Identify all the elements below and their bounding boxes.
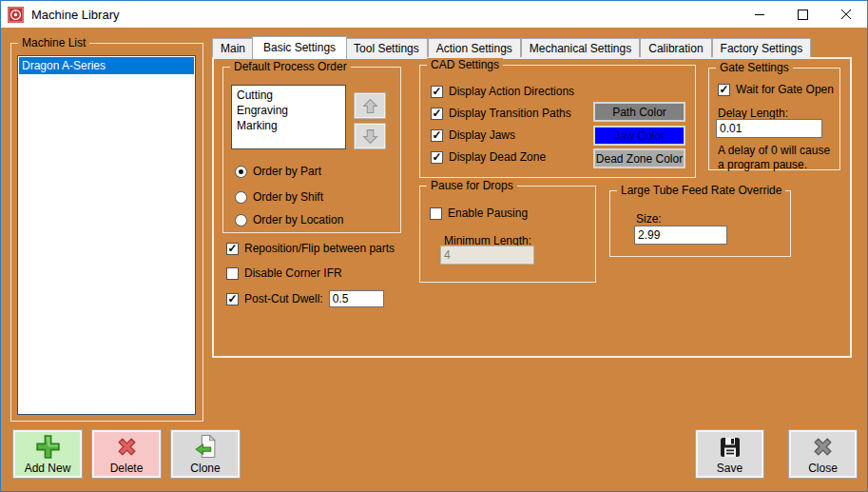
order-by-part-radio[interactable]: Order by Part <box>235 165 321 178</box>
checkbox-label: Display Transition Paths <box>449 107 571 120</box>
checkbox-box <box>718 84 730 96</box>
app-logo-icon <box>8 7 24 23</box>
save-button[interactable]: Save <box>695 429 764 479</box>
radio-label: Order by Shift <box>253 190 323 204</box>
order-by-shift-radio[interactable]: Order by Shift <box>235 190 323 204</box>
cad-settings-group: CAD Settings Display Action Directions D… <box>419 65 696 178</box>
window-title: Machine Library <box>31 8 120 22</box>
cad-settings-label: CAD Settings <box>427 58 503 71</box>
save-floppy-icon <box>718 435 743 460</box>
delete-x-icon <box>114 434 140 460</box>
large-tube-feed-rate-group: Large Tube Feed Rate Override Size: <box>609 190 791 257</box>
checkbox-box <box>431 108 443 120</box>
titlebar: Machine Library <box>1 1 867 28</box>
button-label: Save <box>717 462 743 475</box>
button-label: Clone <box>190 462 220 475</box>
machine-list-label: Machine List <box>18 36 89 49</box>
minimum-length-input[interactable] <box>440 246 534 265</box>
radio-circle <box>235 214 247 226</box>
tab-action-settings[interactable]: Action Settings <box>428 38 521 57</box>
path-color-button[interactable]: Path Color <box>593 102 685 122</box>
tab-factory-settings[interactable]: Factory Settings <box>712 38 812 57</box>
size-input[interactable] <box>634 226 727 245</box>
gate-delay-note: A delay of 0 will cause a program pause. <box>718 144 838 172</box>
display-jaws-checkbox[interactable]: Display Jaws <box>431 128 515 142</box>
list-item[interactable]: Engraving <box>237 103 340 118</box>
dead-zone-color-button[interactable]: Dead Zone Color <box>593 148 685 168</box>
button-label: Add New <box>25 462 71 475</box>
checkbox-label: Display Dead Zone <box>449 150 546 164</box>
close-x-icon <box>810 434 836 460</box>
list-item[interactable]: Dragon A-Series <box>19 57 194 74</box>
tab-tool-settings[interactable]: Tool Settings <box>345 38 428 57</box>
checkbox-label: Wait for Gate Open <box>736 83 834 96</box>
jaw-color-button[interactable]: Jaw Color <box>593 126 685 146</box>
window-controls <box>739 1 867 28</box>
radio-label: Order by Location <box>253 213 343 226</box>
delete-button[interactable]: Delete <box>91 429 162 479</box>
enable-pausing-checkbox[interactable]: Enable Pausing <box>430 207 528 220</box>
machine-library-window: Machine Library Machine List Dragon A-Se… <box>0 0 868 492</box>
gate-settings-label: Gate Settings <box>716 61 793 74</box>
order-by-location-radio[interactable]: Order by Location <box>235 213 343 226</box>
checkbox-box <box>226 243 239 255</box>
checkbox-label: Enable Pausing <box>448 207 528 220</box>
disable-corner-ifr-checkbox[interactable]: Disable Corner IFR <box>226 266 342 280</box>
checkbox-box <box>431 151 443 164</box>
radio-label: Order by Part <box>253 165 321 178</box>
tab-basic-settings[interactable]: Basic Settings <box>252 36 347 59</box>
add-new-button[interactable]: Add New <box>12 429 83 479</box>
process-order-listbox[interactable]: Cutting Engraving Marking <box>231 85 346 149</box>
reposition-flip-checkbox[interactable]: Reposition/Flip between parts <box>226 242 395 255</box>
close-icon[interactable] <box>824 1 867 28</box>
checkbox-label: Display Action Directions <box>449 85 574 98</box>
checkbox-box <box>430 207 442 220</box>
clone-page-icon <box>193 434 219 460</box>
checkbox-box <box>226 293 239 305</box>
down-arrow-icon <box>362 128 378 145</box>
checkbox-label: Reposition/Flip between parts <box>244 242 395 255</box>
settings-tabstrip: Main Basic Settings Tool Settings Action… <box>212 36 811 57</box>
basic-settings-panel: Default Process Order Cutting Engraving … <box>212 57 852 358</box>
tab-main[interactable]: Main <box>212 38 254 57</box>
minimize-icon[interactable] <box>739 1 781 28</box>
checkbox-box <box>431 86 443 98</box>
large-tube-feed-rate-label: Large Tube Feed Rate Override <box>617 184 785 197</box>
post-cut-dwell-input[interactable] <box>329 290 384 307</box>
plus-icon <box>35 434 61 460</box>
list-item[interactable]: Cutting <box>237 88 340 103</box>
checkbox-box <box>226 267 239 280</box>
checkbox-label: Disable Corner IFR <box>244 266 342 280</box>
machine-listbox[interactable]: Dragon A-Series <box>17 55 196 415</box>
pause-for-drops-label: Pause for Drops <box>427 179 517 192</box>
default-process-order-label: Default Process Order <box>230 60 351 73</box>
tab-calibration[interactable]: Calibration <box>640 38 711 57</box>
radio-circle <box>235 191 247 204</box>
display-action-directions-checkbox[interactable]: Display Action Directions <box>431 85 574 98</box>
clone-button[interactable]: Clone <box>170 429 241 479</box>
post-cut-dwell-checkbox[interactable]: Post-Cut Dwell: <box>226 290 384 307</box>
checkbox-label: Display Jaws <box>449 128 515 142</box>
gate-settings-group: Gate Settings Wait for Gate Open Delay L… <box>708 68 840 170</box>
pause-for-drops-group: Pause for Drops Enable Pausing Minimum L… <box>419 186 596 283</box>
size-label: Size: <box>636 212 662 226</box>
move-down-button[interactable] <box>354 123 386 149</box>
maximize-icon[interactable] <box>781 1 824 28</box>
move-up-button[interactable] <box>354 92 386 119</box>
display-transition-paths-checkbox[interactable]: Display Transition Paths <box>431 107 571 120</box>
close-button[interactable]: Close <box>788 429 858 479</box>
list-item[interactable]: Marking <box>237 118 340 133</box>
wait-for-gate-open-checkbox[interactable]: Wait for Gate Open <box>718 83 834 96</box>
button-label: Close <box>808 462 838 475</box>
machine-list-group: Machine List Dragon A-Series <box>10 43 203 422</box>
display-dead-zone-checkbox[interactable]: Display Dead Zone <box>431 150 546 164</box>
up-arrow-icon <box>362 98 378 114</box>
radio-circle <box>235 166 247 178</box>
default-process-order-group: Default Process Order Cutting Engraving … <box>222 67 401 233</box>
button-label: Delete <box>110 462 144 475</box>
tab-mechanical-settings[interactable]: Mechanical Settings <box>521 38 640 57</box>
checkbox-label: Post-Cut Dwell: <box>244 292 323 305</box>
delay-length-input[interactable] <box>716 119 822 138</box>
checkbox-box <box>431 129 443 142</box>
